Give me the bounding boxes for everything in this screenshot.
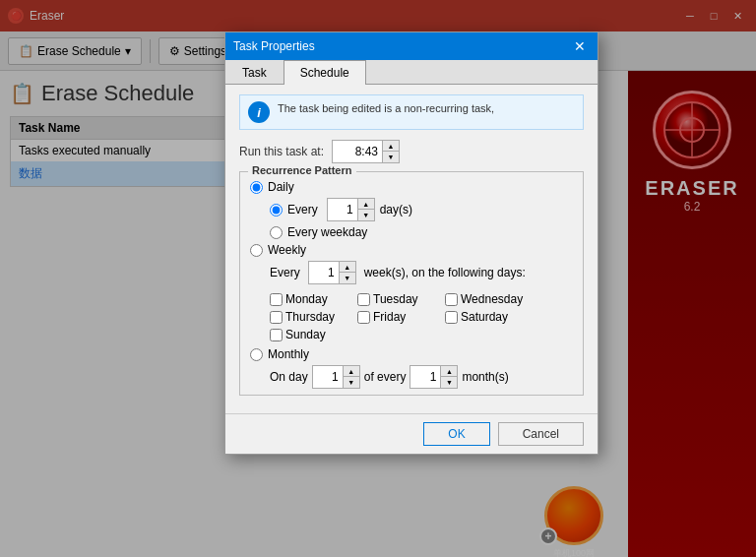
weekly-every-spin-btns: ▲ ▼ [339, 262, 355, 283]
monthly-of-every-label: of every [364, 370, 407, 384]
tuesday-label[interactable]: Tuesday [373, 292, 418, 306]
weekly-label[interactable]: Weekly [268, 243, 306, 257]
wednesday-checkbox-container: Wednesday [445, 292, 529, 306]
friday-checkbox[interactable] [357, 311, 370, 324]
days-row-3: Sunday [270, 328, 573, 341]
tab-task[interactable]: Task [225, 60, 284, 85]
saturday-checkbox[interactable] [445, 311, 458, 324]
run-at-up[interactable]: ▲ [383, 141, 399, 152]
monthly-day-down[interactable]: ▼ [344, 377, 359, 388]
friday-label[interactable]: Friday [373, 310, 406, 324]
days-row-2: Thursday Friday Saturday [270, 310, 573, 324]
monthly-label[interactable]: Monthly [268, 347, 309, 361]
thursday-checkbox[interactable] [270, 311, 283, 324]
every-weekday-option: Every weekday [270, 225, 573, 239]
info-icon: i [248, 101, 270, 123]
weekly-weeks-label: week(s), on the following days: [364, 266, 526, 279]
daily-days-label: day(s) [380, 203, 412, 217]
monday-checkbox[interactable] [270, 293, 283, 306]
weekly-option: Weekly [250, 243, 573, 257]
sunday-checkbox-container: Sunday [270, 328, 353, 341]
daily-radio[interactable] [250, 181, 263, 194]
info-banner: i The task being edited is a non-recurri… [239, 94, 584, 130]
wednesday-checkbox[interactable] [445, 293, 458, 306]
monthly-day-up[interactable]: ▲ [344, 366, 359, 377]
task-properties-dialog: Task Properties ✕ Task Schedule i The ta… [224, 31, 598, 455]
daily-every-down[interactable]: ▼ [358, 210, 374, 220]
daily-every-spin-btns: ▲ ▼ [357, 199, 374, 220]
monday-label[interactable]: Monday [285, 292, 328, 306]
tuesday-checkbox-container: Tuesday [357, 292, 441, 306]
weekly-every-down[interactable]: ▼ [340, 273, 355, 283]
daily-every-input[interactable] [328, 199, 357, 220]
weekly-every-label: Every [270, 266, 300, 279]
every-weekday-radio[interactable] [270, 226, 283, 239]
daily-option: Daily [250, 180, 573, 194]
dialog-close-button[interactable]: ✕ [570, 36, 590, 56]
sunday-checkbox[interactable] [270, 329, 283, 341]
monthly-month-spinner: ▲ ▼ [410, 365, 458, 389]
thursday-label[interactable]: Thursday [285, 310, 335, 324]
run-at-spin-btns: ▲ ▼ [382, 141, 399, 162]
run-at-input[interactable] [333, 141, 382, 162]
dialog-title-bar: Task Properties ✕ [225, 32, 598, 60]
weekly-every-input[interactable] [309, 262, 339, 283]
saturday-checkbox-container: Saturday [445, 310, 529, 324]
saturday-label[interactable]: Saturday [461, 310, 508, 324]
monday-checkbox-container: Monday [270, 292, 353, 306]
friday-checkbox-container: Friday [357, 310, 441, 324]
monthly-radio[interactable] [250, 348, 263, 361]
monthly-day-spin-btns: ▲ ▼ [343, 366, 359, 388]
wednesday-label[interactable]: Wednesday [461, 292, 523, 306]
tab-schedule[interactable]: Schedule [284, 60, 366, 85]
weekly-every-spinner: ▲ ▼ [308, 261, 356, 284]
cancel-button[interactable]: Cancel [498, 422, 584, 446]
monthly-month-spin-btns: ▲ ▼ [440, 366, 457, 388]
dialog-tabs: Task Schedule [225, 60, 598, 85]
dialog-title: Task Properties [233, 39, 315, 53]
weekly-radio[interactable] [250, 244, 263, 257]
monthly-row: On day ▲ ▼ of every ▲ ▼ [270, 365, 573, 389]
days-row-1: Monday Tuesday Wednesday [270, 292, 573, 306]
weekly-every-up[interactable]: ▲ [340, 262, 355, 273]
monthly-day-input[interactable] [313, 366, 343, 388]
recurrence-group: Recurrence Pattern Daily Every ▲ ▼ [239, 171, 584, 396]
run-at-spinner: ▲ ▼ [332, 140, 400, 163]
run-at-label: Run this task at: [239, 145, 324, 158]
run-at-row: Run this task at: ▲ ▼ [239, 140, 584, 163]
thursday-checkbox-container: Thursday [270, 310, 353, 324]
sunday-label[interactable]: Sunday [285, 328, 326, 341]
every-day-radio[interactable] [270, 204, 283, 217]
monthly-months-label: month(s) [462, 370, 508, 384]
main-window: 🔴 Eraser ─ □ ✕ 📋 Erase Schedule ▾ ⚙ Sett… [0, 0, 756, 557]
recurrence-label: Recurrence Pattern [248, 164, 356, 176]
ok-button[interactable]: OK [423, 422, 489, 446]
monthly-month-down[interactable]: ▼ [441, 377, 457, 388]
every-weekday-label[interactable]: Every weekday [287, 225, 367, 239]
daily-every-spinner: ▲ ▼ [327, 198, 375, 221]
daily-label[interactable]: Daily [268, 180, 294, 194]
monthly-option: Monthly [250, 347, 573, 361]
tuesday-checkbox[interactable] [357, 293, 370, 306]
weekly-every-row: Every ▲ ▼ week(s), on the following days… [270, 261, 573, 284]
daily-every-up[interactable]: ▲ [358, 199, 374, 210]
monthly-month-up[interactable]: ▲ [441, 366, 457, 377]
run-at-down[interactable]: ▼ [383, 152, 399, 162]
monthly-day-spinner: ▲ ▼ [312, 365, 360, 389]
dialog-schedule-content: i The task being edited is a non-recurri… [225, 85, 598, 413]
daily-every-option: Every ▲ ▼ day(s) [270, 198, 573, 221]
every-day-label: Every [287, 203, 318, 217]
monthly-month-input[interactable] [410, 366, 440, 388]
monthly-on-day-label: On day [270, 370, 308, 384]
dialog-footer: OK Cancel [225, 413, 598, 454]
info-text: The task being edited is a non-recurring… [278, 101, 494, 116]
